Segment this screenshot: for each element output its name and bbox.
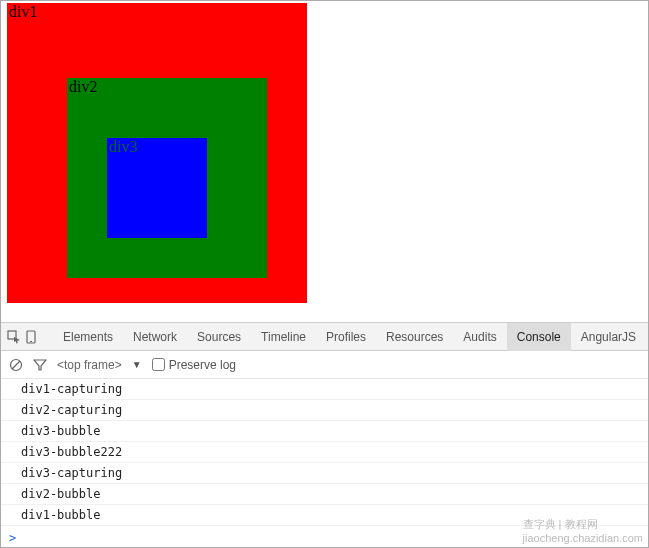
inspect-icon[interactable] — [7, 327, 21, 347]
svg-line-4 — [12, 361, 20, 369]
chevron-down-icon[interactable]: ▼ — [132, 359, 142, 370]
demo-div1[interactable]: div1 div2 div3 — [7, 3, 307, 303]
tab-resources[interactable]: Resources — [376, 323, 453, 351]
tab-timeline[interactable]: Timeline — [251, 323, 316, 351]
frame-selector[interactable]: <top frame> — [57, 358, 122, 372]
console-log: div1-capturingdiv2-capturingdiv3-bubbled… — [1, 379, 648, 529]
console-log-line: div2-bubble — [1, 484, 648, 505]
console-log-line: div3-capturing — [1, 463, 648, 484]
tab-elements[interactable]: Elements — [53, 323, 123, 351]
preserve-log-label: Preserve log — [169, 358, 236, 372]
console-log-line: div1-capturing — [1, 379, 648, 400]
tab-network[interactable]: Network — [123, 323, 187, 351]
div1-label: div1 — [7, 3, 39, 20]
devtools-tabbar: ElementsNetworkSourcesTimelineProfilesRe… — [1, 323, 648, 351]
console-log-line: div1-bubble — [1, 505, 648, 526]
div3-label: div3 — [107, 138, 139, 155]
console-log-line: div3-bubble — [1, 421, 648, 442]
div2-label: div2 — [67, 78, 99, 95]
clear-console-icon[interactable] — [9, 358, 23, 372]
console-prompt[interactable]: > — [1, 529, 648, 547]
filter-icon[interactable] — [33, 358, 47, 372]
preserve-log-input[interactable] — [152, 358, 165, 371]
preserve-log-checkbox[interactable]: Preserve log — [152, 358, 236, 372]
tab-angularjs[interactable]: AngularJS — [571, 323, 646, 351]
tab-audits[interactable]: Audits — [453, 323, 506, 351]
tab-console[interactable]: Console — [507, 323, 571, 351]
console-toolbar: <top frame> ▼ Preserve log — [1, 351, 648, 379]
tab-profiles[interactable]: Profiles — [316, 323, 376, 351]
demo-div2[interactable]: div2 div3 — [67, 78, 267, 278]
page-viewport: div1 div2 div3 — [1, 1, 648, 323]
svg-rect-2 — [30, 341, 32, 342]
console-log-line: div2-capturing — [1, 400, 648, 421]
tab-sources[interactable]: Sources — [187, 323, 251, 351]
device-icon[interactable] — [25, 327, 37, 347]
demo-div3[interactable]: div3 — [107, 138, 207, 238]
devtools-panel: ElementsNetworkSourcesTimelineProfilesRe… — [1, 323, 648, 547]
console-log-line: div3-bubble222 — [1, 442, 648, 463]
